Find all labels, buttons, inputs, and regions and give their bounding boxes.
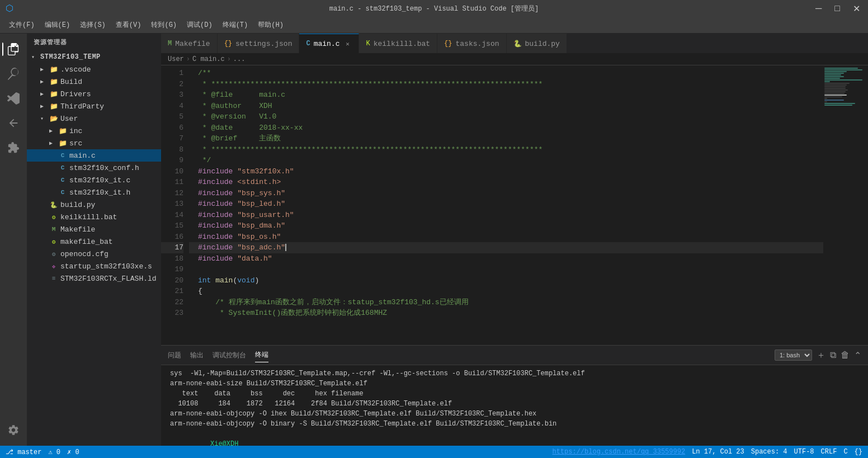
src-folder-icon: 📁: [58, 139, 67, 148]
terminal-area: 问题 输出 调试控制台 终端 1: bash ＋ ⧉ 🗑 ⌃ sys -Wl,-…: [161, 345, 868, 446]
breadcrumb-sep1: ›: [186, 55, 190, 63]
breadcrumb-file[interactable]: C main.c: [192, 55, 225, 63]
sidebar-item-main-c[interactable]: C main.c: [27, 149, 161, 162]
tab-build-py[interactable]: 🐍 build.py: [507, 34, 567, 53]
tab-settings[interactable]: {} settings.json: [218, 34, 300, 53]
sidebar-item-makefile[interactable]: M Makefile: [27, 223, 161, 235]
menu-file[interactable]: 文件(F): [4, 18, 39, 32]
status-eol[interactable]: CRLF: [821, 448, 837, 456]
breadcrumb-user[interactable]: User: [168, 55, 184, 63]
tab-makefile-label: Makefile: [175, 40, 210, 48]
tab-tasks[interactable]: {} tasks.json: [437, 34, 506, 53]
breadcrumb: User › C main.c › ...: [161, 53, 868, 65]
sidebar-item-makefile-bat[interactable]: ⚙ makefile_bat: [27, 235, 161, 248]
maximize-button[interactable]: □: [832, 3, 842, 14]
editor-content[interactable]: 12345 678910 1112131415 1617181920 21222…: [161, 65, 823, 345]
status-format[interactable]: {}: [855, 448, 862, 456]
menu-view[interactable]: 查看(V): [111, 18, 146, 32]
activity-git[interactable]: [2, 87, 25, 110]
terminal-tab-terminal[interactable]: 终端: [255, 348, 268, 362]
sidebar-item-drivers[interactable]: ▶ 📁 Drivers: [27, 88, 161, 100]
activity-settings[interactable]: [2, 419, 25, 441]
status-warnings[interactable]: ✗ 0: [67, 448, 79, 456]
status-bar-left: ⎇ master ⚠ 0 ✗ 0: [6, 448, 79, 456]
status-errors[interactable]: ⚠ 0: [48, 448, 60, 456]
activity-extensions[interactable]: [2, 136, 25, 159]
keilkilll-label: keilkilll.bat: [60, 213, 117, 221]
status-url[interactable]: https://blog.csdn.net/qq_33559992: [552, 448, 685, 456]
sidebar-item-flash-ld[interactable]: ≡ STM32F103RCTx_FLASH.ld: [27, 272, 161, 285]
status-branch[interactable]: ⎇ master: [6, 448, 41, 456]
terminal-shell-selector[interactable]: 1: bash: [775, 350, 812, 361]
inc-label: inc: [69, 127, 82, 135]
tree-root[interactable]: ▾ STM32F103_TEMP: [27, 51, 161, 63]
terminal-tab-problems[interactable]: 问题: [168, 348, 181, 362]
status-spaces[interactable]: Spaces: 4: [751, 448, 787, 456]
thirdparty-label: ThirdParty: [60, 102, 104, 111]
inc-arrow: ▶: [49, 128, 58, 134]
menu-goto[interactable]: 转到(G): [147, 18, 181, 32]
tab-main-c[interactable]: C main.c ✕: [299, 34, 359, 53]
build-py-tab-icon: 🐍: [513, 40, 522, 48]
terminal-add-button[interactable]: ＋: [817, 350, 825, 361]
sidebar-item-it-c[interactable]: C stm32f10x_it.c: [27, 174, 161, 186]
tab-makefile[interactable]: M Makefile: [161, 34, 218, 53]
tab-main-c-close[interactable]: ✕: [343, 39, 352, 48]
tab-keilkilll[interactable]: K keilkilll.bat: [359, 34, 437, 53]
sidebar-item-src[interactable]: ▶ 📁 src: [27, 137, 161, 149]
status-lang[interactable]: C: [843, 448, 847, 456]
status-bar-right: https://blog.csdn.net/qq_33559992 Ln 17,…: [552, 448, 862, 456]
terminal-controls: 1: bash ＋ ⧉ 🗑 ⌃: [775, 350, 861, 361]
line-numbers: 12345 678910 1112131415 1617181920 21222…: [161, 65, 189, 345]
code-editor[interactable]: /** * **********************************…: [189, 65, 823, 345]
openocd-label: openocd.cfg: [60, 250, 108, 258]
terminal-trash-button[interactable]: 🗑: [841, 350, 850, 360]
activity-search[interactable]: [2, 63, 25, 85]
term-line-2: arm-none-eabi-size Build/STM32F103RC_Tem…: [170, 379, 859, 389]
breadcrumb-dots[interactable]: ...: [233, 55, 246, 63]
menu-debug[interactable]: 调试(D): [182, 18, 217, 32]
terminal-tab-output[interactable]: 输出: [190, 348, 204, 362]
menu-selection[interactable]: 选择(S): [76, 18, 110, 32]
startup-arrow: [40, 263, 49, 270]
activity-explorer[interactable]: [2, 38, 25, 60]
sidebar-item-it-h[interactable]: C stm32f10x_it.h: [27, 186, 161, 199]
status-cursor[interactable]: Ln 17, Col 23: [692, 448, 744, 456]
sidebar-item-user[interactable]: ▾ 📂 User: [27, 112, 161, 125]
terminal-output[interactable]: sys -Wl,-Map=Build/STM32F103RC_Template.…: [161, 365, 868, 446]
sidebar-item-build[interactable]: ▶ 📁 Build: [27, 75, 161, 88]
term-line-3: text data bss dec hex filename: [170, 389, 859, 399]
build-py-arrow: [40, 202, 49, 208]
main-c-label: main.c: [69, 152, 96, 160]
user-arrow: ▾: [40, 115, 49, 122]
menu-terminal[interactable]: 终端(T): [218, 18, 253, 32]
activity-debug[interactable]: [2, 112, 25, 134]
tab-keilkilll-label: keilkilll.bat: [374, 40, 430, 48]
prompt-user: Xie@XDH: [210, 440, 238, 446]
status-encoding[interactable]: UTF-8: [794, 448, 814, 456]
terminal-maximize-button[interactable]: ⌃: [854, 350, 861, 361]
minimize-button[interactable]: ─: [813, 3, 824, 14]
thirdparty-arrow: ▶: [40, 103, 49, 110]
makefile-bat-icon: ⚙: [49, 237, 58, 246]
close-button[interactable]: ✕: [851, 3, 862, 14]
menu-edit[interactable]: 编辑(E): [40, 18, 75, 32]
sidebar-item-vscode[interactable]: ▶ 📁 .vscode: [27, 63, 161, 75]
sidebar-item-inc[interactable]: ▶ 📁 inc: [27, 125, 161, 137]
sidebar-item-conf-h[interactable]: C stm32f10x_conf.h: [27, 162, 161, 174]
flash-ld-label: STM32F103RCTx_FLASH.ld: [60, 275, 157, 283]
makefile-tab-icon: M: [168, 40, 172, 48]
tab-main-c-label: main.c: [314, 40, 340, 48]
sidebar-item-openocd[interactable]: ⚙ openocd.cfg: [27, 248, 161, 260]
user-folder-icon: 📂: [49, 114, 58, 123]
window-controls[interactable]: ─ □ ✕: [813, 3, 862, 14]
menu-help[interactable]: 帮助(H): [253, 18, 288, 32]
src-label: src: [69, 139, 82, 148]
editor-body: 12345 678910 1112131415 1617181920 21222…: [161, 65, 868, 345]
terminal-tab-debug[interactable]: 调试控制台: [213, 348, 246, 362]
sidebar-item-startup[interactable]: ❖ startup_stm32f103xe.s: [27, 260, 161, 272]
terminal-split-button[interactable]: ⧉: [830, 350, 836, 360]
sidebar-item-build-py[interactable]: 🐍 build.py: [27, 199, 161, 211]
sidebar-item-keilkilll[interactable]: ⚙ keilkilll.bat: [27, 211, 161, 223]
sidebar-item-thirdparty[interactable]: ▶ 📁 ThirdParty: [27, 100, 161, 112]
